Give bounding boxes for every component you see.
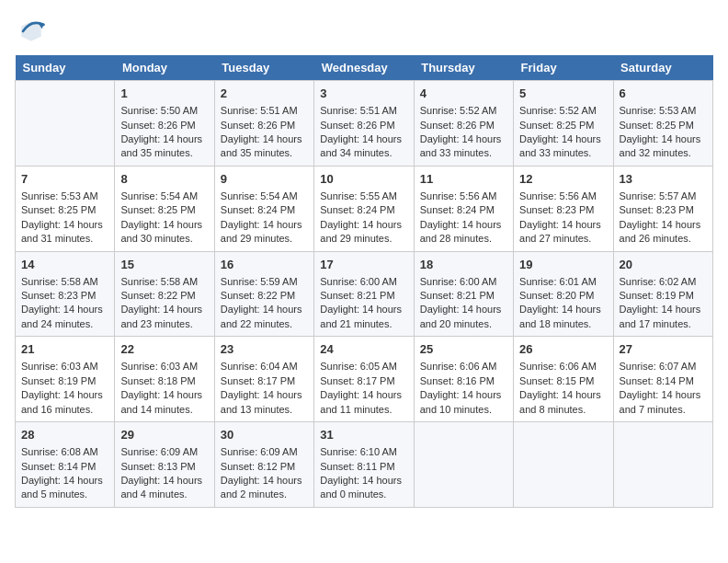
cell-content: and 16 minutes. — [21, 403, 108, 417]
calendar-cell: 5Sunrise: 5:52 AMSunset: 8:25 PMDaylight… — [514, 81, 613, 167]
cell-content: and 27 minutes. — [519, 232, 607, 246]
cell-content: Sunset: 8:22 PM — [221, 289, 308, 303]
day-number: 29 — [120, 427, 208, 443]
cell-content: Sunrise: 5:58 AM — [21, 275, 108, 289]
cell-content: and 29 minutes. — [221, 232, 308, 246]
day-number: 1 — [120, 86, 208, 102]
cell-content: and 32 minutes. — [620, 146, 707, 160]
calendar-header-row: SundayMondayTuesdayWednesdayThursdayFrid… — [16, 55, 713, 81]
day-number: 16 — [221, 257, 308, 273]
cell-content: Sunrise: 6:03 AM — [21, 360, 108, 373]
cell-content: Daylight: 14 hours — [620, 303, 707, 316]
day-number: 19 — [519, 257, 607, 273]
calendar-cell: 13Sunrise: 5:57 AMSunset: 8:23 PMDayligh… — [613, 166, 712, 251]
day-number: 15 — [120, 257, 208, 273]
logo — [15, 15, 51, 48]
cell-content: Sunrise: 5:52 AM — [420, 104, 507, 118]
cell-content: Daylight: 14 hours — [519, 132, 607, 146]
calendar-cell — [613, 422, 712, 508]
cell-content: Sunset: 8:19 PM — [21, 374, 108, 388]
calendar-cell: 10Sunrise: 5:55 AMSunset: 8:24 PMDayligh… — [314, 166, 414, 251]
cell-content: Sunset: 8:15 PM — [519, 374, 607, 388]
cell-content: and 17 minutes. — [620, 317, 707, 331]
cell-content: Sunrise: 6:02 AM — [620, 275, 707, 289]
cell-content: Sunset: 8:26 PM — [221, 119, 308, 132]
cell-content: Daylight: 14 hours — [120, 388, 208, 402]
cell-content: and 14 minutes. — [120, 403, 208, 417]
day-number: 6 — [620, 86, 707, 102]
cell-content: and 31 minutes. — [21, 232, 108, 246]
cell-content: and 33 minutes. — [420, 146, 507, 160]
cell-content: and 4 minutes. — [120, 488, 208, 501]
day-number: 20 — [620, 257, 707, 273]
cell-content: Sunset: 8:23 PM — [21, 289, 108, 303]
cell-content: Sunrise: 6:04 AM — [221, 360, 308, 373]
day-number: 9 — [221, 171, 308, 188]
week-row-4: 21Sunrise: 6:03 AMSunset: 8:19 PMDayligh… — [16, 337, 713, 422]
cell-content: and 24 minutes. — [21, 317, 108, 331]
day-number: 2 — [221, 86, 308, 102]
cell-content: Daylight: 14 hours — [21, 388, 108, 402]
cell-content: and 0 minutes. — [320, 488, 407, 501]
cell-content: Sunrise: 5:58 AM — [120, 275, 208, 289]
cell-content: Daylight: 14 hours — [221, 388, 308, 402]
cell-content: Sunset: 8:24 PM — [420, 203, 507, 217]
cell-content: and 10 minutes. — [420, 403, 507, 417]
cell-content: Daylight: 14 hours — [120, 474, 208, 488]
calendar-cell: 6Sunrise: 5:53 AMSunset: 8:25 PMDaylight… — [613, 81, 712, 167]
cell-content: and 11 minutes. — [320, 403, 407, 417]
cell-content: and 5 minutes. — [21, 488, 108, 501]
calendar-cell: 28Sunrise: 6:08 AMSunset: 8:14 PMDayligh… — [16, 422, 115, 508]
calendar-cell: 1Sunrise: 5:50 AMSunset: 8:26 PMDaylight… — [115, 81, 214, 167]
day-number: 25 — [420, 341, 507, 358]
calendar-cell: 16Sunrise: 5:59 AMSunset: 8:22 PMDayligh… — [214, 251, 313, 337]
cell-content: and 2 minutes. — [221, 488, 308, 501]
header-friday: Friday — [514, 55, 613, 81]
cell-content: Sunset: 8:25 PM — [120, 203, 208, 217]
cell-content: Sunrise: 6:07 AM — [620, 360, 707, 373]
week-row-3: 14Sunrise: 5:58 AMSunset: 8:23 PMDayligh… — [16, 251, 713, 337]
cell-content: Sunrise: 5:59 AM — [221, 275, 308, 289]
cell-content: Sunset: 8:14 PM — [21, 460, 108, 474]
cell-content: Sunrise: 5:50 AM — [120, 104, 208, 118]
cell-content: Daylight: 14 hours — [221, 132, 308, 146]
day-number: 23 — [221, 341, 308, 358]
day-number: 18 — [420, 257, 507, 273]
cell-content: and 18 minutes. — [519, 317, 607, 331]
cell-content: and 33 minutes. — [519, 146, 607, 160]
calendar-cell: 2Sunrise: 5:51 AMSunset: 8:26 PMDaylight… — [214, 81, 313, 167]
cell-content: Sunset: 8:24 PM — [320, 203, 407, 217]
cell-content: Sunrise: 5:56 AM — [519, 190, 607, 203]
cell-content: Sunrise: 6:03 AM — [120, 360, 208, 373]
cell-content: Daylight: 14 hours — [21, 474, 108, 488]
page-header — [15, 15, 713, 48]
week-row-1: 1Sunrise: 5:50 AMSunset: 8:26 PMDaylight… — [16, 81, 713, 167]
cell-content: Daylight: 14 hours — [120, 218, 208, 232]
day-number: 4 — [420, 86, 507, 102]
cell-content: Sunrise: 5:51 AM — [221, 104, 308, 118]
cell-content: Daylight: 14 hours — [519, 218, 607, 232]
cell-content: and 28 minutes. — [420, 232, 507, 246]
day-number: 12 — [519, 171, 607, 188]
calendar-cell: 9Sunrise: 5:54 AMSunset: 8:24 PMDaylight… — [214, 166, 313, 251]
calendar-cell: 17Sunrise: 6:00 AMSunset: 8:21 PMDayligh… — [314, 251, 414, 337]
cell-content: Daylight: 14 hours — [320, 303, 407, 316]
cell-content: Daylight: 14 hours — [21, 218, 108, 232]
cell-content: Daylight: 14 hours — [320, 132, 407, 146]
cell-content: Sunrise: 6:09 AM — [221, 445, 308, 459]
cell-content: Daylight: 14 hours — [21, 303, 108, 316]
cell-content: Daylight: 14 hours — [420, 132, 507, 146]
cell-content: Sunrise: 6:06 AM — [420, 360, 507, 373]
cell-content: Daylight: 14 hours — [120, 303, 208, 316]
cell-content: and 35 minutes. — [221, 146, 308, 160]
calendar-table: SundayMondayTuesdayWednesdayThursdayFrid… — [15, 55, 713, 508]
calendar-cell: 11Sunrise: 5:56 AMSunset: 8:24 PMDayligh… — [414, 166, 513, 251]
cell-content: Daylight: 14 hours — [519, 388, 607, 402]
cell-content: and 26 minutes. — [620, 232, 707, 246]
cell-content: Daylight: 14 hours — [221, 474, 308, 488]
cell-content: Sunset: 8:20 PM — [519, 289, 607, 303]
day-number: 21 — [21, 341, 108, 358]
header-sunday: Sunday — [16, 55, 115, 81]
cell-content: Sunrise: 5:56 AM — [420, 190, 507, 203]
cell-content: and 29 minutes. — [320, 232, 407, 246]
